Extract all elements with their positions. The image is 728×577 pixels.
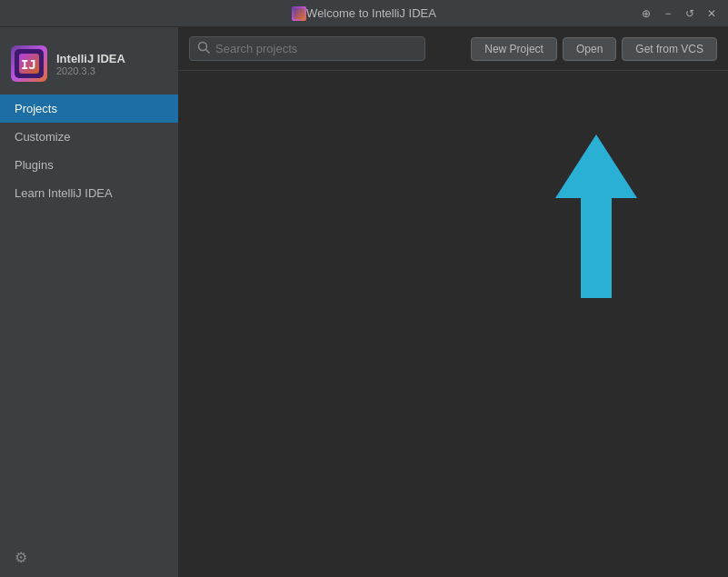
sidebar: IJ IntelliJ IDEA 2020.3.3 Projects Custo… <box>0 27 178 577</box>
search-icon <box>197 41 210 56</box>
app-info: IntelliJ IDEA 2020.3.3 <box>56 52 125 76</box>
title-bar: Welcome to IntelliJ IDEA ⊕ − ↺ ✕ <box>0 0 728 27</box>
app-name: IntelliJ IDEA <box>56 52 125 65</box>
search-box[interactable] <box>189 36 425 61</box>
svg-line-5 <box>206 50 210 54</box>
sidebar-item-learn[interactable]: Learn IntelliJ IDEA <box>0 179 178 207</box>
main-area: New Project Open Get from VCS <box>178 27 728 577</box>
pin-button[interactable]: ⊕ <box>637 5 655 23</box>
sidebar-header: IJ IntelliJ IDEA 2020.3.3 <box>0 36 178 95</box>
app-version: 2020.3.3 <box>56 65 125 76</box>
window-title: Welcome to IntelliJ IDEA <box>306 6 436 20</box>
open-button[interactable]: Open <box>563 37 616 61</box>
app-title-icon <box>292 6 306 21</box>
minimize-button[interactable]: − <box>659 5 677 23</box>
restore-button[interactable]: ↺ <box>681 5 699 23</box>
search-input[interactable] <box>215 42 417 55</box>
close-button[interactable]: ✕ <box>703 5 721 23</box>
content-area: IJ IntelliJ IDEA 2020.3.3 Projects Custo… <box>0 27 728 577</box>
action-buttons: New Project Open Get from VCS <box>471 37 717 61</box>
get-from-vcs-button[interactable]: Get from VCS <box>622 37 717 61</box>
projects-area <box>178 71 728 577</box>
sidebar-item-plugins[interactable]: Plugins <box>0 151 178 179</box>
settings-icon[interactable]: ⚙ <box>15 550 27 565</box>
window-controls: ⊕ − ↺ ✕ <box>637 5 721 23</box>
sidebar-item-projects[interactable]: Projects <box>0 95 178 123</box>
arrow-indicator <box>537 125 655 311</box>
app-logo: IJ <box>11 45 47 82</box>
main-window: Welcome to IntelliJ IDEA ⊕ − ↺ ✕ <box>0 0 728 577</box>
new-project-button[interactable]: New Project <box>471 37 557 61</box>
svg-rect-0 <box>294 8 304 19</box>
svg-text:IJ: IJ <box>21 57 36 72</box>
toolbar: New Project Open Get from VCS <box>178 27 728 71</box>
sidebar-item-customize[interactable]: Customize <box>0 123 178 151</box>
sidebar-bottom: ⚙ <box>0 538 178 577</box>
